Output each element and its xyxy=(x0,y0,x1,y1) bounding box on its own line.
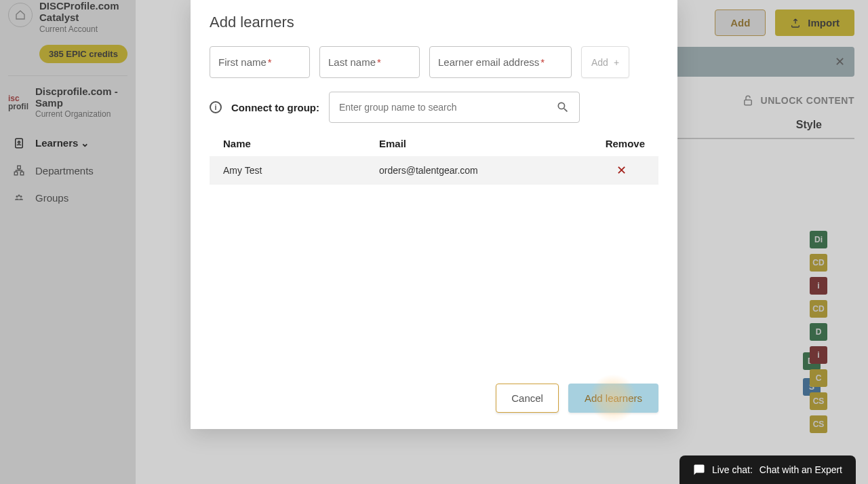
pending-email: orders@talentgear.com xyxy=(379,165,597,176)
search-icon xyxy=(556,100,570,114)
col-header-email: Email xyxy=(379,138,597,149)
learner-email-input[interactable]: Learner email address* xyxy=(429,46,572,78)
info-icon[interactable]: i xyxy=(210,101,222,113)
plus-icon: + xyxy=(614,57,619,68)
chat-widget[interactable]: Live chat: Chat with an Expert xyxy=(679,455,856,484)
chat-icon xyxy=(693,464,705,476)
group-search-input[interactable] xyxy=(329,92,580,123)
first-name-input[interactable]: First name* xyxy=(210,46,310,78)
chat-cta: Chat with an Expert xyxy=(760,464,842,475)
connect-group-label: Connect to group: xyxy=(231,102,319,113)
pending-name: Amy Test xyxy=(223,165,379,176)
modal-overlay: Add learners First name* Last name* Lear… xyxy=(0,0,868,484)
cancel-button[interactable]: Cancel xyxy=(496,384,559,413)
add-learners-modal: Add learners First name* Last name* Lear… xyxy=(191,0,677,429)
remove-pending-button[interactable]: ✕ xyxy=(597,163,645,178)
add-learners-submit-button[interactable]: Add learners xyxy=(568,384,658,413)
last-name-input[interactable]: Last name* xyxy=(319,46,420,78)
chat-label: Live chat: xyxy=(712,464,753,475)
col-header-name: Name xyxy=(223,138,379,149)
pending-row: Amy Test orders@talentgear.com ✕ xyxy=(210,156,658,185)
add-learner-row-button[interactable]: Add + xyxy=(581,46,629,78)
col-header-remove: Remove xyxy=(597,138,645,149)
modal-title: Add learners xyxy=(210,0,658,46)
group-search-field[interactable] xyxy=(339,102,556,113)
